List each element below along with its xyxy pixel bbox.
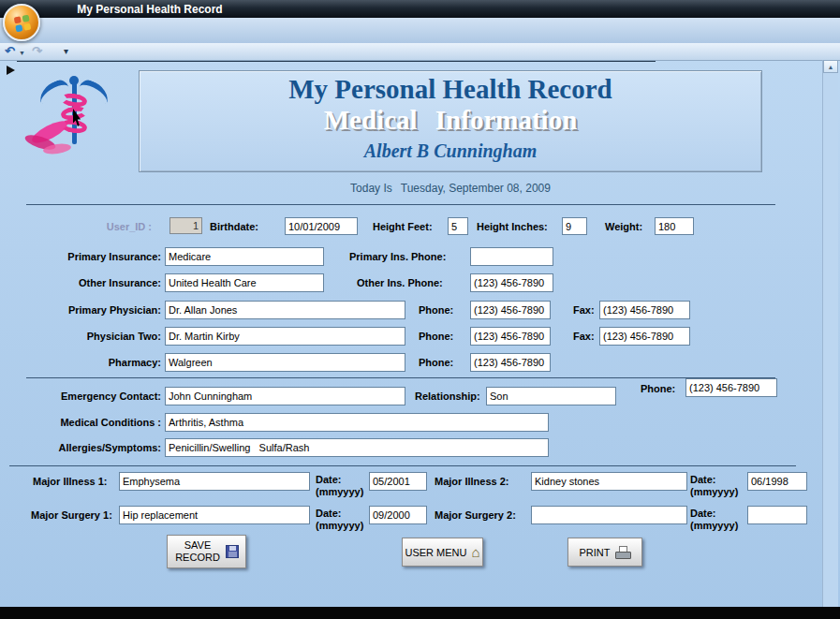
weight-label: Weight: <box>605 221 642 232</box>
height-inches-field[interactable] <box>562 217 587 235</box>
emergency-phone-label: Phone: <box>641 383 675 394</box>
access-window: My Personal Health Record ↶ ▼ ↷ ▾ ▲ My P… <box>0 0 840 619</box>
primary-physician-phone-field[interactable] <box>470 301 551 319</box>
medical-conditions-label: Medical Conditions : <box>37 417 161 428</box>
pharmacy-label: Pharmacy: <box>37 357 161 368</box>
illness-2-date-field[interactable] <box>747 472 807 491</box>
today-line: Today IsTuesday, September 08, 2009 <box>139 182 762 195</box>
date-label-line2: (mmyyyy) <box>316 486 363 497</box>
emergency-contact-label: Emergency Contact: <box>37 391 161 402</box>
major-illness-2-label: Major Illness 2: <box>435 476 508 487</box>
save-record-label: SAVE RECORD <box>174 539 221 564</box>
today-label: Today Is <box>350 182 392 195</box>
user-id-field[interactable] <box>169 217 202 234</box>
bottom-bar <box>0 607 840 619</box>
allergies-label: Allergies/Symptoms: <box>37 442 161 453</box>
illness-1-date-label: Date: (mmyyyy) <box>316 474 363 498</box>
illness-2-date-label: Date: (mmyyyy) <box>690 474 738 498</box>
window-title: My Personal Health Record <box>0 3 300 16</box>
undo-icon[interactable]: ↶ <box>5 45 15 57</box>
illness-1-date-field[interactable] <box>369 472 427 491</box>
date-label-line2: (mmyyyy) <box>316 520 363 531</box>
major-illness-2-field[interactable] <box>531 472 687 491</box>
date-label-line1: Date: <box>690 508 716 519</box>
primary-insurance-field[interactable] <box>165 247 324 266</box>
weight-field[interactable] <box>655 217 694 235</box>
quick-access-toolbar <box>0 43 840 61</box>
ribbon-bar <box>0 18 840 43</box>
height-feet-label: Height Feet: <box>373 221 433 232</box>
office-logo-icon <box>14 15 32 33</box>
separator-line <box>26 377 775 378</box>
height-inches-label: Height Inches: <box>477 221 548 232</box>
office-button[interactable] <box>3 4 40 41</box>
primary-physician-fax-label: Fax: <box>573 304 595 316</box>
medical-conditions-field[interactable] <box>165 413 549 432</box>
other-ins-phone-field[interactable] <box>470 273 553 292</box>
pharmacy-phone-label: Phone: <box>419 357 453 368</box>
save-icon <box>226 545 239 558</box>
user-menu-button[interactable]: USER MENU ⌂ <box>402 538 483 567</box>
physician-two-field[interactable] <box>165 327 405 346</box>
page-title: My Personal Health Record <box>139 74 762 105</box>
primary-insurance-label: Primary Insurance: <box>37 251 161 262</box>
major-surgery-2-label: Major Surgery 2: <box>435 509 516 521</box>
other-insurance-field[interactable] <box>165 273 324 292</box>
emergency-contact-field[interactable] <box>165 387 405 405</box>
relationship-label: Relationship: <box>415 391 480 402</box>
separator-line <box>26 204 775 205</box>
primary-physician-field[interactable] <box>165 301 405 319</box>
birthdate-label: Birthdate: <box>210 221 258 232</box>
surgery-2-date-field[interactable] <box>747 506 807 524</box>
primary-ins-phone-label: Primary Ins. Phone: <box>349 251 446 262</box>
printer-icon <box>615 546 631 559</box>
physician-two-phone-field[interactable] <box>470 327 551 346</box>
today-date: Tuesday, September 08, 2009 <box>401 182 551 195</box>
surgery-1-date-label: Date: (mmyyyy) <box>316 508 363 532</box>
scrollbar-track[interactable] <box>822 60 838 607</box>
emergency-phone-field[interactable] <box>685 378 777 397</box>
major-surgery-1-label: Major Surgery 1: <box>31 509 112 521</box>
primary-physician-label: Primary Physician: <box>37 304 161 316</box>
home-icon: ⌂ <box>471 545 479 559</box>
height-feet-field[interactable] <box>448 217 468 235</box>
date-label-line1: Date: <box>690 474 716 485</box>
pharmacy-phone-field[interactable] <box>470 353 551 372</box>
user-id-label: User_ID : <box>90 221 152 232</box>
primary-physician-fax-field[interactable] <box>599 301 690 319</box>
redo-icon[interactable]: ↷ <box>32 45 42 57</box>
other-insurance-label: Other Insurance: <box>37 277 161 288</box>
date-label-line2: (mmyyyy) <box>690 486 738 497</box>
surgery-1-date-field[interactable] <box>369 506 427 524</box>
patient-name: Albert B Cunningham <box>139 140 762 162</box>
relationship-field[interactable] <box>486 387 616 405</box>
date-label-line1: Date: <box>316 474 342 485</box>
other-ins-phone-label: Other Ins. Phone: <box>357 277 443 288</box>
window-titlebar: My Personal Health Record <box>0 0 840 18</box>
print-button[interactable]: PRINT <box>567 538 642 567</box>
primary-physician-phone-label: Phone: <box>419 304 453 316</box>
pharmacy-field[interactable] <box>165 353 405 372</box>
date-label-line2: (mmyyyy) <box>690 520 738 531</box>
separator-line <box>9 465 796 466</box>
page-subtitle: Medical Information <box>139 105 762 136</box>
major-surgery-2-field[interactable] <box>531 506 687 524</box>
physician-two-fax-label: Fax: <box>573 331 595 342</box>
undo-dropdown-icon[interactable]: ▼ <box>19 50 25 56</box>
physician-two-phone-label: Phone: <box>419 331 453 342</box>
major-illness-1-label: Major Illness 1: <box>33 476 107 487</box>
physician-two-fax-field[interactable] <box>599 327 690 346</box>
save-record-button[interactable]: SAVE RECORD <box>167 535 246 568</box>
primary-ins-phone-field[interactable] <box>470 247 553 266</box>
form-top-edge <box>17 61 656 62</box>
physician-two-label: Physician Two: <box>37 331 161 342</box>
qat-menu-icon[interactable]: ▾ <box>64 47 68 56</box>
scroll-up-button[interactable]: ▲ <box>823 60 838 73</box>
major-illness-1-field[interactable] <box>119 472 310 491</box>
major-surgery-1-field[interactable] <box>119 506 310 524</box>
birthdate-field[interactable] <box>285 217 358 235</box>
surgery-2-date-label: Date: (mmyyyy) <box>690 508 738 532</box>
user-menu-label: USER MENU <box>405 547 466 558</box>
print-label: PRINT <box>580 547 611 558</box>
allergies-field[interactable] <box>165 438 549 457</box>
